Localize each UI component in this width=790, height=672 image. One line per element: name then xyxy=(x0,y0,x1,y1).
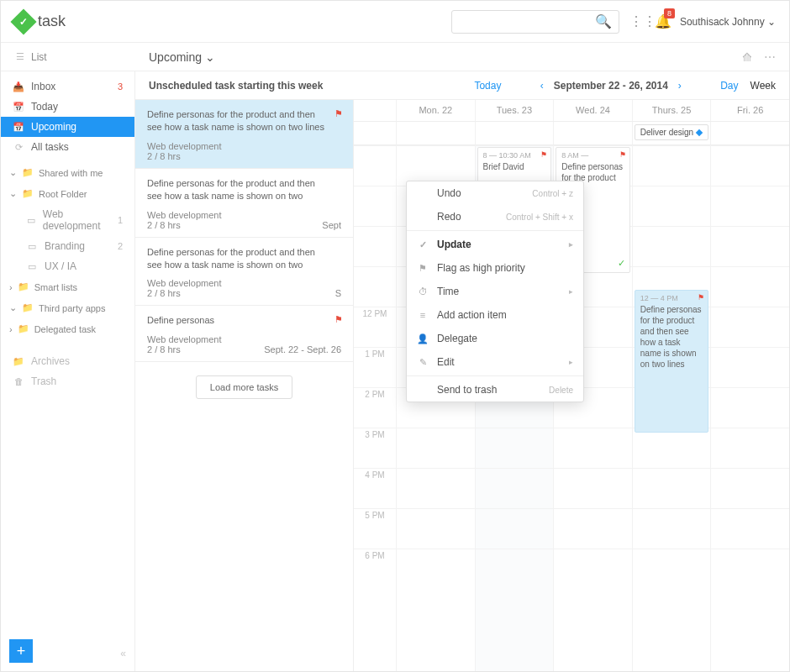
username-label: Southisack Johnny xyxy=(680,16,765,28)
allday-event[interactable]: Deliver design xyxy=(635,124,709,140)
sidebar-header-root[interactable]: ⌄ 📁 Root Folder xyxy=(1,183,134,204)
context-menu-trash[interactable]: Send to trash Delete xyxy=(407,378,583,402)
time-label: 6 PM xyxy=(354,549,396,589)
sidebar-header-shared[interactable]: ⌄ 📁 Shared with me xyxy=(1,162,134,183)
folder-icon: 📁 xyxy=(18,323,29,334)
sidebar-header-delegated[interactable]: › 📁 Delegated task xyxy=(1,318,134,339)
time-label xyxy=(354,186,396,226)
context-menu-undo[interactable]: Undo Control + z xyxy=(407,181,583,205)
day-view-button[interactable]: Day xyxy=(720,80,738,92)
event-marker-icon xyxy=(696,129,703,135)
context-menu-redo[interactable]: Redo Control + Shift + x xyxy=(407,205,583,228)
sidebar-item-upcoming[interactable]: 📅 Upcoming xyxy=(1,117,134,137)
task-card[interactable]: Define personas for the product and then… xyxy=(135,238,353,307)
task-card[interactable]: ⚑ Define personas Web development 2 / 8 … xyxy=(135,306,353,361)
day-column-thurs[interactable]: ⚑ 12 — 4 PM Define personas for the prod… xyxy=(632,145,711,671)
view-title-dropdown[interactable]: Upcoming ⌄ xyxy=(149,50,215,64)
event-time: 12 — 4 PM xyxy=(640,294,703,304)
today-button[interactable]: Today xyxy=(474,80,501,92)
chevron-down-icon: ⌄ xyxy=(9,188,17,199)
menu-label: Update xyxy=(437,239,471,250)
event-title: Brief David xyxy=(483,161,546,172)
task-project: Web development xyxy=(147,334,221,344)
brand-text: task xyxy=(38,13,66,30)
doc-icon: ▭ xyxy=(26,241,38,252)
sidebar-item-ux-ia[interactable]: ▭ UX / IA xyxy=(1,256,134,276)
add-button[interactable]: + xyxy=(9,639,33,663)
event-time: 8 AM — xyxy=(561,151,624,161)
list-icon: ≡ xyxy=(417,310,429,320)
sidebar-item-archives[interactable]: 📁 Archives xyxy=(1,351,134,371)
folder-icon: 📁 xyxy=(22,167,34,178)
chevron-right-icon: ▸ xyxy=(569,287,573,296)
next-range-button[interactable]: › xyxy=(678,80,682,92)
context-menu-edit[interactable]: ✎ Edit ▸ xyxy=(407,350,583,374)
time-label: 12 PM xyxy=(354,307,396,347)
toolbar-list-toggle[interactable]: ☰ List xyxy=(1,51,135,63)
sidebar-label: Today xyxy=(31,101,58,113)
context-menu-add-action[interactable]: ≡ Add action item xyxy=(407,303,583,327)
search-input[interactable]: 🔍 xyxy=(451,10,619,34)
chevron-down-icon: ⌄ xyxy=(205,50,215,64)
sidebar-item-inbox[interactable]: 📥 Inbox 3 xyxy=(1,76,134,97)
load-more-button[interactable]: Load more tasks xyxy=(196,375,292,399)
context-menu-delegate[interactable]: 👤 Delegate xyxy=(407,327,583,350)
sidebar-item-all-tasks[interactable]: ⟳ All tasks xyxy=(1,137,134,157)
notifications-bell-icon[interactable]: 🔔8 xyxy=(655,13,670,29)
user-menu[interactable]: Southisack Johnny ⌄ xyxy=(680,16,776,28)
sidebar-collapse-button[interactable]: « xyxy=(120,648,126,659)
sidebar-header-smart[interactable]: › 📁 Smart lists xyxy=(1,276,134,297)
event-time: 8 — 10:30 AM xyxy=(483,151,546,161)
prev-range-button[interactable]: ‹ xyxy=(540,80,544,92)
task-project: Web development xyxy=(147,278,221,288)
sidebar-label: All tasks xyxy=(31,141,69,153)
sidebar-label: Branding xyxy=(45,240,85,252)
flag-icon: ⚑ xyxy=(417,263,429,274)
day-header: Thurs. 25 xyxy=(632,100,711,121)
context-menu-update[interactable]: ✓ Update ▸ xyxy=(407,233,583,256)
task-hours: 2 / 8 hrs xyxy=(147,344,181,354)
day-header: Mon. 22 xyxy=(396,100,475,121)
menu-label: Redo xyxy=(437,211,461,223)
loop-icon: ⟳ xyxy=(13,142,24,153)
more-icon[interactable]: ⋯ xyxy=(764,50,776,64)
toolbar: ☰ List Upcoming ⌄ ⟰ ⋯ xyxy=(1,43,789,71)
flag-icon: ⚑ xyxy=(619,150,626,160)
sidebar-header-label: Root Folder xyxy=(39,189,87,199)
event-title: Define personas for the product xyxy=(561,161,624,183)
sidebar-header-label: Third party apps xyxy=(39,303,105,313)
apps-grid-icon[interactable]: ⋮⋮⋮ xyxy=(629,13,645,29)
activity-icon[interactable]: ⟰ xyxy=(742,50,752,64)
sidebar-label: Inbox xyxy=(31,81,55,92)
day-column-fri[interactable] xyxy=(710,145,789,671)
chevron-down-icon: ⌄ xyxy=(767,16,776,28)
sidebar-header-third-party[interactable]: ⌄ 📁 Third party apps xyxy=(1,297,134,318)
sidebar-item-web-dev[interactable]: ▭ Web development 1 xyxy=(1,204,134,236)
doc-icon: ▭ xyxy=(26,261,38,272)
task-card[interactable]: ⚑ Define personas for the product and th… xyxy=(135,100,353,169)
context-menu-flag[interactable]: ⚑ Flag as high priority xyxy=(407,256,583,280)
time-label: 1 PM xyxy=(354,347,396,387)
context-menu: Undo Control + z Redo Control + Shift + … xyxy=(406,181,584,402)
time-label: 4 PM xyxy=(354,468,396,508)
sidebar-item-branding[interactable]: ▭ Branding 2 xyxy=(1,236,134,256)
sidebar-item-trash[interactable]: 🗑 Trash xyxy=(1,371,134,391)
task-date: Sept xyxy=(322,220,341,230)
chevron-down-icon: ⌄ xyxy=(9,302,17,313)
sidebar-header-label: Delegated task xyxy=(34,324,96,334)
sidebar-label: Web development xyxy=(43,208,111,232)
week-view-button[interactable]: Week xyxy=(750,80,776,92)
sidebar-count: 1 xyxy=(118,215,123,225)
chevron-right-icon: ▸ xyxy=(569,358,573,366)
context-menu-time[interactable]: ⏱ Time ▸ xyxy=(407,280,583,303)
flag-icon: ⚑ xyxy=(540,150,547,160)
list-label: List xyxy=(31,51,47,63)
sidebar: 📥 Inbox 3 📅 Today 📅 Upcoming ⟳ All tasks xyxy=(1,71,135,671)
calendar-event[interactable]: ⚑ 12 — 4 PM Define personas for the prod… xyxy=(635,290,709,433)
task-card[interactable]: Define personas for the product and then… xyxy=(135,169,353,238)
logo[interactable]: task xyxy=(14,13,66,31)
menu-shortcut: Control + Shift + x xyxy=(506,213,573,222)
sidebar-item-today[interactable]: 📅 Today xyxy=(1,97,134,117)
sidebar-header-label: Shared with me xyxy=(39,168,103,178)
task-title: Define personas xyxy=(147,314,341,327)
